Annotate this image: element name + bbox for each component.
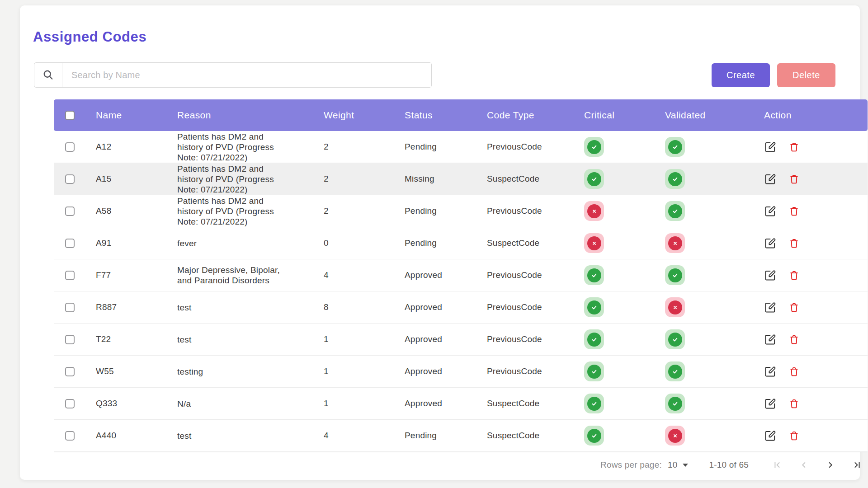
code-reason-text: fever xyxy=(177,238,197,249)
code-weight-cell: 1 xyxy=(312,324,394,355)
code-status-cell: Pending xyxy=(394,195,475,227)
row-checkbox[interactable] xyxy=(65,367,75,376)
critical-cell xyxy=(573,131,654,163)
edit-icon xyxy=(764,430,776,442)
row-checkbox[interactable] xyxy=(65,399,75,408)
prev-page-button[interactable] xyxy=(799,460,809,470)
table-row: F77 Major Depressive, Bipolar, and Paran… xyxy=(54,259,868,291)
delete-row-button[interactable] xyxy=(788,238,800,249)
delete-row-button[interactable] xyxy=(788,174,800,185)
toolbar-buttons: Create Delete xyxy=(712,63,835,87)
x-icon xyxy=(591,240,598,247)
row-checkbox[interactable] xyxy=(65,239,75,248)
first-page-button[interactable] xyxy=(772,460,782,470)
row-checkbox[interactable] xyxy=(65,142,75,152)
code-name-cell: R887 xyxy=(80,291,167,323)
critical-cell xyxy=(573,388,654,419)
validated-badge-dot xyxy=(668,397,682,411)
last-page-button[interactable] xyxy=(852,460,862,470)
code-reason-text: test xyxy=(177,302,191,313)
row-checkbox[interactable] xyxy=(65,335,75,344)
table-row: A12 Patients has DM2 and history of PVD … xyxy=(54,131,868,163)
create-button[interactable]: Create xyxy=(712,63,770,87)
code-reason-cell: N/a xyxy=(167,388,312,419)
delete-row-button[interactable] xyxy=(788,398,800,409)
delete-row-button[interactable] xyxy=(788,302,800,313)
code-reason-cell: Patients has DM2 and history of PVD (Pro… xyxy=(167,195,312,227)
validated-cell xyxy=(654,420,753,451)
x-icon xyxy=(591,208,598,215)
validated-badge xyxy=(665,201,685,221)
last-page-icon xyxy=(852,460,862,470)
check-icon xyxy=(590,336,598,343)
edit-row-button[interactable] xyxy=(764,269,776,282)
critical-cell xyxy=(573,227,654,259)
column-header-validated: Validated xyxy=(654,110,753,121)
delete-row-button[interactable] xyxy=(788,141,800,153)
edit-row-button[interactable] xyxy=(764,141,776,153)
action-cell xyxy=(753,227,868,259)
edit-row-button[interactable] xyxy=(764,366,776,378)
validated-cell xyxy=(654,195,753,227)
search-button[interactable] xyxy=(34,63,62,87)
check-icon xyxy=(671,272,679,279)
pagination-bar: Rows per page: 10 1-10 of 65 xyxy=(54,452,868,477)
trash-icon xyxy=(788,206,800,217)
row-checkbox[interactable] xyxy=(65,303,75,312)
edit-row-button[interactable] xyxy=(764,398,776,410)
edit-row-button[interactable] xyxy=(764,205,776,217)
critical-badge-dot xyxy=(587,300,601,314)
search-input[interactable] xyxy=(62,63,431,87)
row-checkbox[interactable] xyxy=(65,431,75,441)
edit-row-button[interactable] xyxy=(764,237,776,249)
row-checkbox[interactable] xyxy=(65,206,75,216)
next-page-button[interactable] xyxy=(826,460,835,470)
code-name-cell: W55 xyxy=(80,356,167,387)
search-box xyxy=(34,62,432,88)
select-all-checkbox[interactable] xyxy=(65,111,75,120)
code-type-cell: SuspectCode xyxy=(475,388,573,419)
validated-badge-dot xyxy=(668,333,682,347)
code-name-cell: A58 xyxy=(80,195,167,227)
validated-badge-dot xyxy=(668,429,682,443)
validated-cell xyxy=(654,131,753,163)
chevron-down-icon xyxy=(683,464,688,467)
delete-row-button[interactable] xyxy=(788,206,800,217)
critical-badge-dot xyxy=(587,140,601,154)
edit-icon xyxy=(764,269,776,282)
code-type-cell: PreviousCode xyxy=(475,356,573,387)
action-cell xyxy=(753,195,868,227)
rows-per-page-select[interactable]: 10 xyxy=(668,460,689,470)
delete-row-button[interactable] xyxy=(788,334,800,345)
next-page-icon xyxy=(826,460,835,470)
delete-row-button[interactable] xyxy=(788,366,800,377)
validated-badge xyxy=(665,394,685,413)
edit-row-button[interactable] xyxy=(764,430,776,442)
row-checkbox[interactable] xyxy=(65,174,75,184)
critical-badge xyxy=(584,201,604,221)
action-cell xyxy=(753,324,868,355)
delete-button[interactable]: Delete xyxy=(777,63,835,87)
edit-row-button[interactable] xyxy=(764,333,776,346)
delete-row-button[interactable] xyxy=(788,430,800,441)
code-weight-cell: 4 xyxy=(312,420,394,451)
action-cell xyxy=(753,291,868,323)
action-cell xyxy=(753,131,868,163)
critical-badge xyxy=(584,137,604,157)
validated-badge-dot xyxy=(668,268,682,282)
edit-row-button[interactable] xyxy=(764,301,776,314)
edit-row-button[interactable] xyxy=(764,173,776,185)
first-page-icon xyxy=(772,460,782,470)
check-icon xyxy=(590,143,598,151)
column-header-name: Name xyxy=(80,110,167,121)
critical-badge-dot xyxy=(587,429,601,443)
code-status-cell: Pending xyxy=(394,420,475,451)
delete-row-button[interactable] xyxy=(788,270,800,281)
code-type-cell: PreviousCode xyxy=(475,324,573,355)
trash-icon xyxy=(788,398,800,409)
rows-per-page-value: 10 xyxy=(668,460,678,470)
column-header-weight: Weight xyxy=(312,110,394,121)
column-header-action: Action xyxy=(753,110,868,121)
row-checkbox[interactable] xyxy=(65,271,75,280)
trash-icon xyxy=(788,141,800,153)
